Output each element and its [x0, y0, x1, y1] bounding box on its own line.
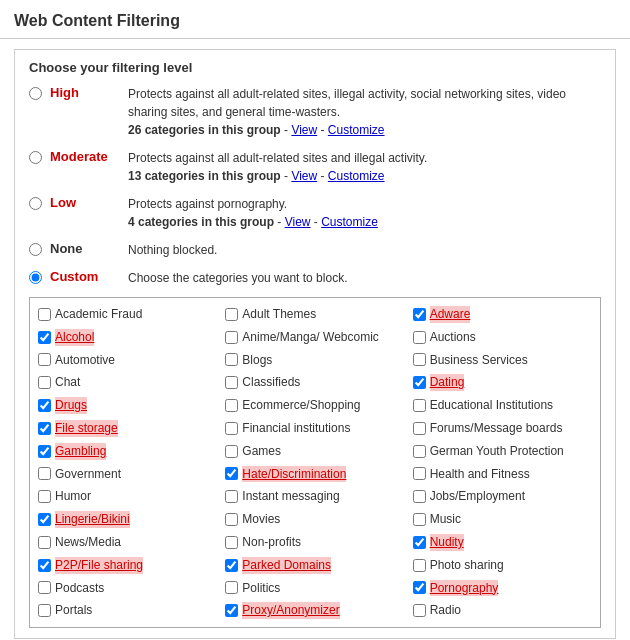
- category-name: Politics: [242, 580, 280, 597]
- filter-label-none[interactable]: None: [50, 241, 120, 256]
- category-checkbox[interactable]: [38, 308, 51, 321]
- category-checkbox[interactable]: [38, 445, 51, 458]
- category-checkbox[interactable]: [225, 604, 238, 617]
- category-checkbox[interactable]: [38, 536, 51, 549]
- category-checkbox[interactable]: [413, 536, 426, 549]
- list-item: Podcasts: [36, 578, 219, 599]
- category-name[interactable]: Nudity: [430, 534, 464, 551]
- category-name[interactable]: Pornography: [430, 580, 499, 597]
- filter-label-high[interactable]: High: [50, 85, 120, 100]
- customize-moderate-link[interactable]: Customize: [328, 169, 385, 183]
- category-name[interactable]: File storage: [55, 420, 118, 437]
- list-item: Alcohol: [36, 327, 219, 348]
- category-checkbox[interactable]: [225, 422, 238, 435]
- category-name: Health and Fitness: [430, 466, 530, 483]
- category-checkbox[interactable]: [38, 399, 51, 412]
- category-name[interactable]: Hate/Discrimination: [242, 466, 346, 483]
- category-name: Humor: [55, 488, 91, 505]
- category-name: News/Media: [55, 534, 121, 551]
- radio-custom[interactable]: [29, 271, 42, 284]
- list-item: Movies: [223, 509, 406, 530]
- category-name[interactable]: Parked Domains: [242, 557, 331, 574]
- filter-option-low: Low Protects against pornography. 4 cate…: [29, 195, 601, 231]
- view-moderate-link[interactable]: View: [291, 169, 317, 183]
- category-checkbox[interactable]: [413, 559, 426, 572]
- category-name[interactable]: Adware: [430, 306, 471, 323]
- category-name: Business Services: [430, 352, 528, 369]
- category-checkbox[interactable]: [38, 490, 51, 503]
- category-name[interactable]: Dating: [430, 374, 465, 391]
- category-checkbox[interactable]: [413, 353, 426, 366]
- filter-section: Choose your filtering level High Protect…: [14, 49, 616, 639]
- category-checkbox[interactable]: [38, 331, 51, 344]
- category-checkbox[interactable]: [413, 376, 426, 389]
- category-checkbox[interactable]: [225, 467, 238, 480]
- category-checkbox[interactable]: [413, 467, 426, 480]
- category-name[interactable]: Drugs: [55, 397, 87, 414]
- category-checkbox[interactable]: [225, 513, 238, 526]
- list-item: File storage: [36, 418, 219, 439]
- category-checkbox[interactable]: [225, 490, 238, 503]
- customize-low-link[interactable]: Customize: [321, 215, 378, 229]
- category-checkbox[interactable]: [225, 331, 238, 344]
- filter-label-custom[interactable]: Custom: [50, 269, 120, 284]
- category-name: Instant messaging: [242, 488, 339, 505]
- filter-label-moderate[interactable]: Moderate: [50, 149, 120, 164]
- category-checkbox[interactable]: [413, 513, 426, 526]
- category-name: Movies: [242, 511, 280, 528]
- category-checkbox[interactable]: [413, 422, 426, 435]
- category-checkbox[interactable]: [38, 604, 51, 617]
- category-checkbox[interactable]: [413, 604, 426, 617]
- category-checkbox[interactable]: [38, 353, 51, 366]
- category-checkbox[interactable]: [225, 445, 238, 458]
- category-checkbox[interactable]: [225, 376, 238, 389]
- filter-desc-high: Protects against all adult-related sites…: [128, 85, 601, 139]
- filter-label-low[interactable]: Low: [50, 195, 120, 210]
- category-name: Chat: [55, 374, 80, 391]
- category-name: Radio: [430, 602, 461, 619]
- category-checkbox[interactable]: [38, 422, 51, 435]
- category-checkbox[interactable]: [225, 559, 238, 572]
- category-checkbox[interactable]: [225, 581, 238, 594]
- category-name: Educational Institutions: [430, 397, 553, 414]
- category-checkbox[interactable]: [413, 399, 426, 412]
- category-checkbox[interactable]: [38, 513, 51, 526]
- category-name: Blogs: [242, 352, 272, 369]
- list-item: Lingerie/Bikini: [36, 509, 219, 530]
- category-checkbox[interactable]: [413, 331, 426, 344]
- list-item: Humor: [36, 486, 219, 507]
- category-name[interactable]: Proxy/Anonymizer: [242, 602, 339, 619]
- categories-grid: Academic FraudAdult ThemesAdwareAlcoholA…: [36, 304, 594, 621]
- category-checkbox[interactable]: [413, 308, 426, 321]
- view-low-link[interactable]: View: [285, 215, 311, 229]
- category-checkbox[interactable]: [38, 581, 51, 594]
- category-checkbox[interactable]: [413, 445, 426, 458]
- category-checkbox[interactable]: [413, 581, 426, 594]
- customize-high-link[interactable]: Customize: [328, 123, 385, 137]
- filter-desc-custom: Choose the categories you want to block.: [128, 269, 347, 287]
- category-checkbox[interactable]: [225, 353, 238, 366]
- category-checkbox[interactable]: [38, 559, 51, 572]
- filter-option-high: High Protects against all adult-related …: [29, 85, 601, 139]
- list-item: Pornography: [411, 578, 594, 599]
- category-checkbox[interactable]: [225, 308, 238, 321]
- category-name[interactable]: Gambling: [55, 443, 106, 460]
- categories-box: Academic FraudAdult ThemesAdwareAlcoholA…: [29, 297, 601, 628]
- category-checkbox[interactable]: [38, 467, 51, 480]
- category-name[interactable]: Alcohol: [55, 329, 94, 346]
- radio-low[interactable]: [29, 197, 42, 210]
- category-checkbox[interactable]: [413, 490, 426, 503]
- list-item: Auctions: [411, 327, 594, 348]
- category-checkbox[interactable]: [225, 536, 238, 549]
- radio-high[interactable]: [29, 87, 42, 100]
- view-high-link[interactable]: View: [291, 123, 317, 137]
- category-name[interactable]: P2P/File sharing: [55, 557, 143, 574]
- category-name[interactable]: Lingerie/Bikini: [55, 511, 130, 528]
- category-checkbox[interactable]: [38, 376, 51, 389]
- list-item: Photo sharing: [411, 555, 594, 576]
- list-item: Gambling: [36, 441, 219, 462]
- category-checkbox[interactable]: [225, 399, 238, 412]
- radio-moderate[interactable]: [29, 151, 42, 164]
- radio-none[interactable]: [29, 243, 42, 256]
- section-title: Choose your filtering level: [29, 60, 601, 75]
